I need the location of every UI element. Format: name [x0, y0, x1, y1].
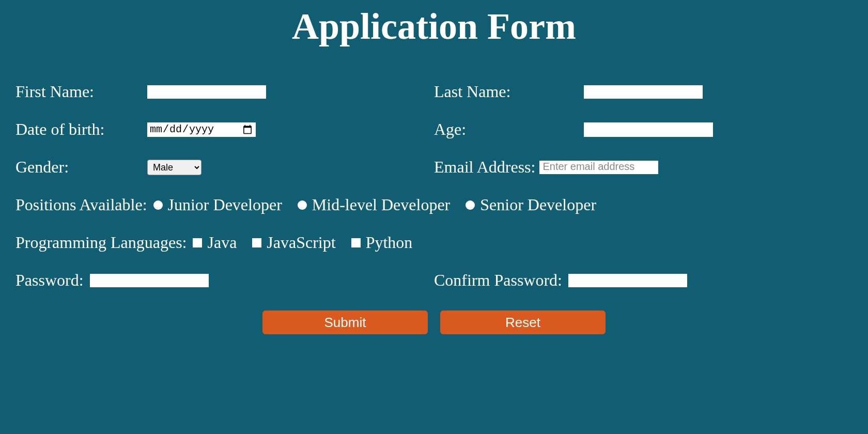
position-label: Mid-level Developer	[312, 195, 450, 214]
reset-button[interactable]: Reset	[440, 311, 606, 334]
position-label: Junior Developer	[168, 195, 282, 214]
row-password: Password: Confirm Password:	[16, 271, 853, 290]
first-name-input[interactable]	[147, 85, 266, 99]
age-input[interactable]	[584, 122, 713, 137]
gender-select[interactable]: Male Female	[147, 160, 202, 175]
email-label: Email Address:	[434, 158, 535, 177]
language-label: Python	[366, 233, 413, 252]
age-label: Age:	[434, 120, 584, 139]
first-name-label: First Name:	[16, 82, 147, 101]
password-label: Password:	[16, 271, 84, 290]
languages-label: Programming Languages:	[16, 233, 187, 252]
row-dob-age: Date of birth: Age:	[16, 120, 853, 139]
last-name-input[interactable]	[584, 85, 703, 99]
position-radio-junior[interactable]	[153, 200, 163, 210]
row-languages: Programming Languages: Java JavaScript P…	[16, 233, 853, 252]
dob-input[interactable]	[147, 122, 256, 137]
language-label: JavaScript	[267, 233, 335, 252]
submit-button[interactable]: Submit	[262, 311, 428, 334]
position-radio-mid[interactable]	[298, 200, 307, 210]
row-positions: Positions Available: Junior Developer Mi…	[16, 195, 853, 214]
position-radio-senior[interactable]	[466, 200, 475, 210]
last-name-label: Last Name:	[434, 82, 584, 101]
language-label: Java	[207, 233, 237, 252]
button-row: Submit Reset	[16, 311, 853, 334]
password-input[interactable]	[90, 274, 209, 287]
positions-label: Positions Available:	[16, 195, 147, 214]
confirm-password-label: Confirm Password:	[434, 271, 562, 290]
language-checkbox-python[interactable]	[351, 238, 361, 247]
gender-label: Gender:	[16, 158, 147, 177]
confirm-password-input[interactable]	[568, 274, 687, 287]
row-name: First Name: Last Name:	[16, 82, 853, 101]
page-title: Application Form	[16, 0, 853, 64]
row-gender-email: Gender: Male Female Email Address:	[16, 158, 853, 177]
position-label: Senior Developer	[480, 195, 596, 214]
language-checkbox-java[interactable]	[193, 238, 202, 247]
language-checkbox-javascript[interactable]	[252, 238, 261, 247]
dob-label: Date of birth:	[16, 120, 147, 139]
email-input[interactable]	[539, 161, 658, 174]
